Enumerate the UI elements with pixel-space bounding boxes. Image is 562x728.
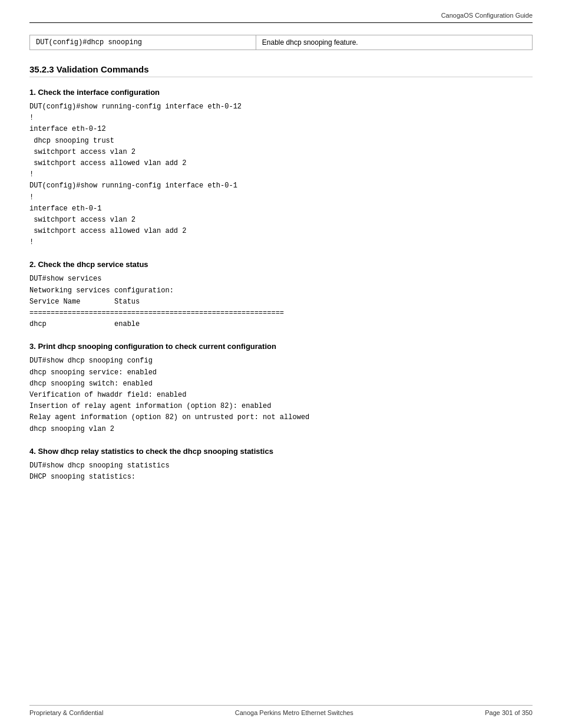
- item-heading-1: 1. Check the interface configuration: [29, 88, 533, 97]
- item-heading-3: 3. Print dhcp snooping configuration to …: [29, 342, 533, 351]
- header-title: CanogaOS Configuration Guide: [441, 12, 533, 19]
- footer-left: Proprietary & Confidential: [29, 709, 103, 716]
- page-header: CanogaOS Configuration Guide: [29, 12, 533, 23]
- items-container: 1. Check the interface configurationDUT(…: [29, 88, 533, 483]
- page-footer: Proprietary & Confidential Canoga Perkin…: [29, 705, 533, 716]
- item-code-1: DUT(config)#show running-config interfac…: [29, 101, 533, 248]
- item-code-2: DUT#show services Networking services co…: [29, 274, 533, 330]
- table-description-cell: Enable dhcp snooping feature.: [256, 35, 532, 50]
- footer-right: Page 301 of 350: [485, 709, 533, 716]
- item-heading-2: 2. Check the dhcp service status: [29, 260, 533, 269]
- section-heading: 35.2.3 Validation Commands: [29, 64, 533, 77]
- page-wrapper: CanogaOS Configuration Guide DUT(config)…: [0, 0, 562, 728]
- table-command-cell: DUT(config)#dhcp snooping: [30, 35, 256, 50]
- command-table: DUT(config)#dhcp snoopingEnable dhcp sno…: [29, 35, 533, 50]
- item-code-4: DUT#show dhcp snooping statistics DHCP s…: [29, 460, 533, 483]
- footer-center: Canoga Perkins Metro Ethernet Switches: [235, 709, 353, 716]
- item-heading-4: 4. Show dhcp relay statistics to check t…: [29, 447, 533, 456]
- item-code-3: DUT#show dhcp snooping config dhcp snoop…: [29, 355, 533, 434]
